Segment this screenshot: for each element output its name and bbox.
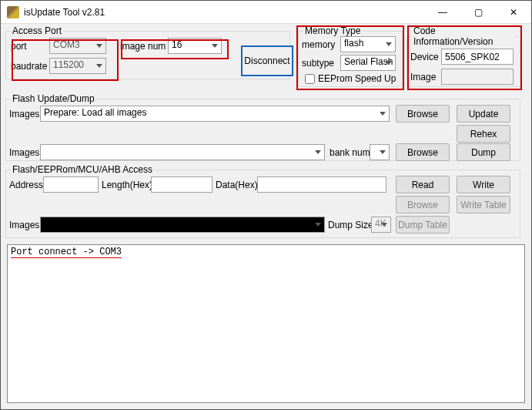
image-num-combo[interactable]: 16 bbox=[168, 38, 222, 54]
images1-label: Images bbox=[9, 109, 39, 119]
browse2-button[interactable]: Browse bbox=[396, 143, 450, 161]
dump-size-combo[interactable]: 4K bbox=[371, 217, 391, 233]
update-button[interactable]: Update bbox=[457, 105, 510, 123]
image-field[interactable] bbox=[441, 69, 514, 85]
length-field[interactable] bbox=[151, 176, 212, 193]
images-access-label: Images bbox=[9, 220, 39, 230]
device-label: Device bbox=[410, 52, 439, 62]
minimize-button[interactable]: — bbox=[425, 1, 460, 24]
read-button[interactable]: Read bbox=[396, 176, 450, 193]
memory-type-legend: Memory Type bbox=[303, 25, 362, 36]
images-access-combo[interactable] bbox=[40, 217, 325, 233]
baudrate-label: baudrate bbox=[11, 61, 47, 72]
maximize-button[interactable]: ▢ bbox=[460, 1, 496, 24]
flash-update-legend: Flash Update/Dump bbox=[11, 93, 96, 104]
baudrate-combo[interactable]: 115200 bbox=[49, 58, 106, 74]
data-field[interactable] bbox=[257, 176, 386, 193]
flash-access-group: Flash/EEPRom/MCU/AHB Access Address Leng… bbox=[5, 164, 520, 238]
access-port-legend: Access Port bbox=[11, 25, 63, 36]
dump-table-button[interactable]: Dump Table bbox=[396, 216, 450, 234]
image-label: Image bbox=[410, 72, 436, 82]
rehex-button[interactable]: Rehex bbox=[457, 125, 510, 143]
eeprom-speedup-checkbox[interactable]: EEProm Speed Up bbox=[305, 73, 396, 84]
code-info-group: Code Information/Version Device Image bbox=[407, 25, 520, 87]
image-num-label: image num bbox=[120, 41, 166, 52]
memory-combo[interactable]: flash bbox=[340, 36, 396, 52]
length-label: Length(Hex) bbox=[102, 180, 152, 190]
browse1-button[interactable]: Browse bbox=[396, 105, 450, 123]
titlebar: isUpdate Tool v2.81 — ▢ ✕ bbox=[1, 1, 531, 24]
flash-update-group: Flash Update/Dump Images Prepare: Load a… bbox=[5, 93, 520, 161]
write-button[interactable]: Write bbox=[457, 176, 510, 193]
close-button[interactable]: ✕ bbox=[496, 1, 531, 24]
write-table-button[interactable]: Write Table bbox=[457, 196, 510, 213]
images1-combo[interactable]: Prepare: Load all images bbox=[40, 106, 390, 122]
subtype-combo[interactable]: Serial Flash bbox=[340, 55, 396, 71]
eeprom-speedup-label: EEProm Speed Up bbox=[318, 73, 396, 84]
dump-button[interactable]: Dump bbox=[457, 143, 510, 161]
log-line: Port connect -> COM3 bbox=[11, 247, 122, 258]
dump-size-label: Dump Size bbox=[328, 220, 373, 230]
address-field[interactable] bbox=[43, 176, 99, 193]
memory-label: memory bbox=[302, 39, 335, 50]
port-label: port bbox=[11, 41, 27, 52]
memory-type-group: Memory Type memory flash subtype Serial … bbox=[298, 25, 403, 87]
browse-access-button[interactable]: Browse bbox=[396, 196, 450, 213]
flash-access-legend: Flash/EEPRom/MCU/AHB Access bbox=[11, 164, 154, 175]
port-combo[interactable]: COM3 bbox=[49, 38, 106, 54]
disconnect-button[interactable]: Disconnect bbox=[241, 45, 293, 76]
images2-combo[interactable] bbox=[40, 144, 325, 160]
subtype-label: subtype bbox=[302, 58, 334, 69]
data-label: Data(Hex) bbox=[216, 180, 258, 190]
eeprom-speedup-input[interactable] bbox=[305, 74, 315, 84]
images2-label: Images bbox=[9, 147, 39, 158]
bank-num-combo[interactable] bbox=[370, 144, 390, 160]
content-area: Access Port port COM3 baudrate 115200 im… bbox=[1, 24, 531, 409]
address-label: Address bbox=[9, 180, 43, 190]
app-icon bbox=[7, 6, 19, 18]
device-field[interactable] bbox=[441, 49, 514, 65]
window-title: isUpdate Tool v2.81 bbox=[24, 7, 105, 18]
log-console[interactable]: Port connect -> COM3 bbox=[7, 244, 525, 403]
bank-num-label: bank num bbox=[330, 147, 370, 158]
app-window: isUpdate Tool v2.81 — ▢ ✕ Access Port po… bbox=[0, 0, 532, 410]
code-info-legend: Code Information/Version bbox=[412, 25, 515, 47]
